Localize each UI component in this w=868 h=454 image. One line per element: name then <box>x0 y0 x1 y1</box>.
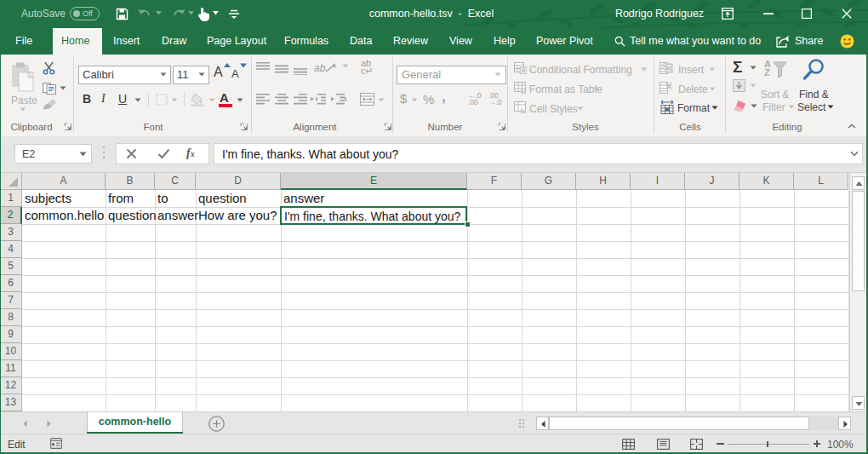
svg-text:ab: ab <box>314 62 326 74</box>
